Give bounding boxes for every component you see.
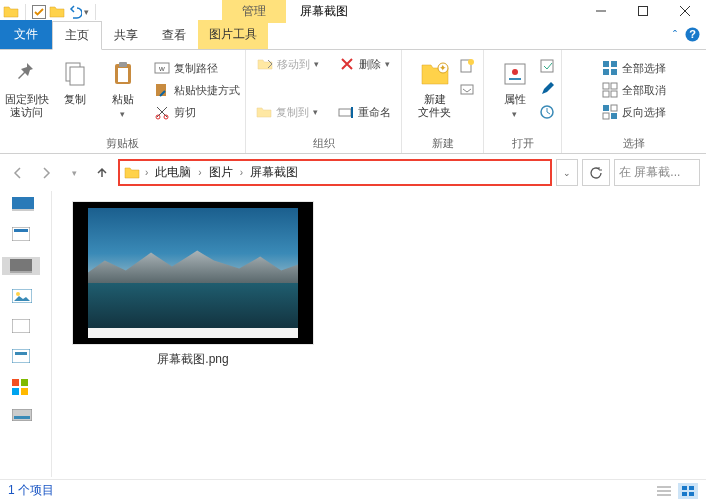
svg-rect-16 [339,109,351,116]
edit-icon[interactable] [539,81,555,100]
sidebar-thispc-icon[interactable] [2,257,40,275]
chevron-right-icon[interactable]: › [196,167,203,178]
view-thumbnails-button[interactable] [678,483,698,499]
invert-selection-button[interactable]: 反向选择 [599,102,669,122]
qat-new-folder-icon[interactable] [49,4,65,20]
tab-share[interactable]: 共享 [102,22,150,49]
svg-rect-45 [10,271,32,273]
breadcrumb-part[interactable]: 此电脑 [153,164,193,181]
move-to-button[interactable]: 移动到▾ [254,54,322,74]
svg-rect-43 [14,229,28,232]
tab-picture-tools[interactable]: 图片工具 [198,20,268,49]
chevron-right-icon[interactable]: › [238,167,245,178]
svg-rect-48 [12,319,30,333]
breadcrumb-part[interactable]: 图片 [207,164,235,181]
minimize-button[interactable] [580,0,622,22]
select-none-icon [602,82,618,98]
properties-button[interactable]: 属性 ▾ [491,54,539,123]
sidebar-pictures-icon[interactable] [12,289,36,305]
file-list[interactable]: 屏幕截图.png [52,191,706,477]
qat-properties-check[interactable] [32,5,46,19]
svg-text:w: w [158,64,165,73]
close-button[interactable] [664,0,706,22]
nav-pane[interactable] [0,191,52,477]
sidebar-drive-icon[interactable] [12,409,36,425]
svg-rect-34 [603,91,609,97]
breadcrumb-part[interactable]: 屏幕截图 [248,164,300,181]
history-icon[interactable] [539,104,555,123]
sidebar-item-icon[interactable] [12,349,36,365]
svg-point-21 [468,59,474,65]
nav-back-button[interactable] [6,161,30,185]
svg-rect-22 [461,85,473,94]
svg-rect-53 [12,388,19,395]
group-open-label: 打开 [512,134,534,151]
svg-rect-32 [603,83,609,89]
select-all-button[interactable]: 全部选择 [599,58,669,78]
tab-view[interactable]: 查看 [150,22,198,49]
refresh-button[interactable] [582,159,610,186]
move-to-icon [257,56,273,72]
sidebar-downloads-icon[interactable] [12,227,36,243]
help-icon[interactable]: ? [685,27,700,45]
svg-rect-30 [603,69,609,75]
paste-icon [107,58,139,90]
svg-rect-9 [118,68,128,82]
copy-to-button[interactable]: 复制到▾ [253,102,321,122]
file-item[interactable]: 屏幕截图.png [72,201,314,368]
pin-icon [11,58,43,90]
cut-button[interactable]: 剪切 [151,102,243,122]
nav-up-button[interactable] [90,161,114,185]
group-select-label: 选择 [623,134,645,151]
file-name: 屏幕截图.png [157,351,228,368]
tab-home[interactable]: 主页 [52,21,102,50]
chevron-right-icon[interactable]: › [143,167,150,178]
rename-icon [338,104,354,120]
address-dropdown[interactable]: ⌄ [556,159,578,186]
rename-button[interactable]: 重命名 [335,102,394,122]
sidebar-item-icon[interactable] [12,319,36,335]
group-organize-label: 组织 [313,134,335,151]
view-details-button[interactable] [654,483,674,499]
status-text: 1 个项目 [8,482,54,499]
qat-undo[interactable]: ▾ [68,5,89,19]
new-item-icon[interactable] [459,58,475,77]
sidebar-desktop-icon[interactable] [12,197,36,213]
copy-button[interactable]: 复制 [51,54,99,106]
svg-text:?: ? [689,28,696,40]
copy-path-button[interactable]: w复制路径 [151,58,243,78]
search-input[interactable]: 在 屏幕截... [614,159,700,186]
nav-recent-dropdown[interactable]: ▾ [62,161,86,185]
easy-access-icon[interactable] [459,81,475,100]
copy-icon [59,58,91,90]
group-clipboard-label: 剪贴板 [106,134,139,151]
pin-to-quick-access-button[interactable]: 固定到快 速访问 [3,54,51,119]
paste-shortcut-button[interactable]: 粘贴快捷方式 [151,80,243,100]
tab-file[interactable]: 文件 [0,20,52,49]
svg-rect-1 [639,7,648,16]
svg-rect-61 [689,486,694,490]
svg-point-24 [512,69,518,75]
maximize-button[interactable] [622,0,664,22]
folder-icon [3,4,19,20]
nav-forward-button[interactable] [34,161,58,185]
sidebar-windows-icon[interactable] [12,379,36,395]
ribbon-expand-icon[interactable]: ˆ [673,29,677,43]
new-folder-button[interactable]: ✦ 新建 文件夹 [411,54,459,119]
svg-rect-26 [541,60,553,72]
breadcrumb[interactable]: › 此电脑 › 图片 › 屏幕截图 [118,159,552,186]
open-icon[interactable] [539,58,555,77]
delete-button[interactable]: 删除▾ [336,54,393,74]
select-none-button[interactable]: 全部取消 [599,80,669,100]
svg-rect-10 [119,62,127,67]
svg-rect-41 [12,209,34,211]
svg-rect-25 [509,78,521,80]
delete-icon [339,56,355,72]
properties-icon [499,58,531,90]
copy-to-icon [256,104,272,120]
svg-rect-29 [611,61,617,67]
svg-rect-62 [682,492,687,496]
svg-rect-54 [21,388,28,395]
svg-rect-31 [611,69,617,75]
paste-button[interactable]: 粘贴 ▾ [99,54,147,120]
